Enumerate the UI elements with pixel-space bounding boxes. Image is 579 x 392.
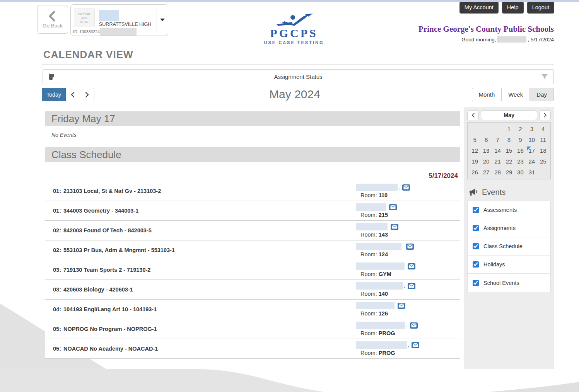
calendar-day[interactable]: 3 bbox=[526, 126, 537, 133]
schedule-row: 03:420603 Biology - 420603-1 : Room: 140 bbox=[45, 280, 460, 300]
email-teacher-icon[interactable] bbox=[408, 263, 415, 269]
redacted-teacher-name bbox=[356, 203, 386, 211]
greeting: Good morning, , 5/17/2024 bbox=[461, 36, 554, 43]
assignment-status-label: Assignment Status bbox=[274, 73, 322, 80]
email-teacher-icon[interactable] bbox=[406, 244, 414, 250]
calendar-day[interactable]: 8 bbox=[503, 136, 514, 144]
pgcps-logo-mark-icon bbox=[273, 13, 315, 26]
calendar-day[interactable]: 14 bbox=[492, 147, 503, 155]
calendar-day[interactable]: 2 bbox=[515, 126, 526, 133]
calendar-day[interactable]: 24 bbox=[526, 158, 537, 166]
calendar-day[interactable]: 31 bbox=[526, 169, 537, 177]
calendar-day[interactable]: 13 bbox=[480, 147, 492, 155]
period-label: 04: bbox=[53, 306, 61, 312]
schedule-row: 02:842003 Found Of Tech - 842003-5 Room:… bbox=[45, 221, 460, 240]
calendar-day[interactable]: 10 bbox=[526, 136, 537, 144]
calendar-day[interactable]: 16 bbox=[515, 147, 526, 155]
event-filter-label: Holidays bbox=[483, 261, 505, 268]
email-teacher-icon[interactable] bbox=[391, 224, 398, 230]
calendar-day[interactable]: 21 bbox=[492, 158, 503, 166]
calendar-day[interactable]: 28 bbox=[492, 169, 503, 177]
assessments-checkbox[interactable] bbox=[473, 207, 479, 213]
logo-acronym: PGCPS bbox=[251, 27, 337, 39]
calendar-day[interactable]: 23 bbox=[515, 158, 526, 166]
holidays-checkbox[interactable] bbox=[473, 261, 479, 268]
event-filter-row: Class Schedule bbox=[468, 237, 550, 256]
my-account-button[interactable]: My Account bbox=[459, 2, 499, 14]
calendar-day[interactable]: 27 bbox=[480, 169, 492, 177]
redacted-teacher-name bbox=[356, 282, 403, 290]
school-events-checkbox[interactable] bbox=[473, 280, 479, 286]
course-title: 344003 Geometry - 344003-1 bbox=[63, 208, 138, 214]
room-label: Room: bbox=[360, 212, 377, 218]
week-view-button[interactable]: Week bbox=[502, 88, 530, 101]
class-schedule-checkbox[interactable] bbox=[473, 243, 479, 249]
email-teacher-icon[interactable] bbox=[410, 322, 418, 329]
day-schedule-column: Friday May 17 No Events Class Schedule 5… bbox=[45, 107, 460, 359]
period-label: 03: bbox=[53, 267, 61, 273]
day-heading: Friday May 17 bbox=[45, 111, 460, 126]
calendar-day-selected[interactable]: 17 bbox=[526, 147, 537, 155]
assignments-checkbox[interactable] bbox=[473, 225, 479, 231]
schedule-row: 02:553103 Pr Bus, Adm & Mngmnt - 553103-… bbox=[45, 240, 460, 260]
email-teacher-icon[interactable] bbox=[398, 303, 405, 309]
calendar-day[interactable]: 19 bbox=[469, 158, 480, 166]
calendar-day[interactable]: 4 bbox=[538, 126, 549, 133]
day-view-button[interactable]: Day bbox=[530, 88, 554, 101]
greeting-prefix: Good morning, bbox=[461, 37, 496, 43]
room-value: GYM bbox=[379, 271, 391, 277]
email-teacher-icon[interactable] bbox=[408, 283, 415, 289]
calendar-day[interactable]: 6 bbox=[480, 136, 492, 144]
email-teacher-icon[interactable] bbox=[412, 342, 419, 348]
redacted-teacher-name bbox=[356, 341, 407, 349]
card-divider bbox=[157, 8, 157, 32]
calendar-day[interactable]: 22 bbox=[503, 158, 514, 166]
calendar-day[interactable]: 29 bbox=[503, 169, 514, 177]
main-wrapper: CALENDAR VIEW Assignment Status Today bbox=[36, 44, 554, 369]
course-title: NOACAD No Academy - NOACAD-1 bbox=[63, 346, 158, 352]
redacted-student-name bbox=[99, 10, 119, 21]
events-title: Events bbox=[482, 188, 506, 197]
month-view-button[interactable]: Month bbox=[472, 88, 502, 101]
room-value: 126 bbox=[379, 310, 388, 317]
calendar-day[interactable]: 26 bbox=[469, 169, 480, 177]
event-filter-label: Assignments bbox=[483, 225, 516, 231]
calendar-day[interactable]: 12 bbox=[469, 147, 480, 155]
mini-calendar-prev-button[interactable] bbox=[467, 110, 479, 120]
course-title: 553103 Pr Bus, Adm & Mngmnt - 553103-1 bbox=[63, 247, 175, 253]
logout-button[interactable]: Logout bbox=[527, 2, 554, 14]
student-dropdown-caret-icon[interactable] bbox=[160, 19, 165, 21]
student-photo-placeholder: No Photo point On file bbox=[74, 9, 95, 27]
room-label: Room: bbox=[360, 350, 377, 356]
calendar-day[interactable]: 18 bbox=[538, 147, 549, 155]
selected-day-marker-icon bbox=[527, 147, 531, 151]
district-title: Prince George's County Public Schools bbox=[418, 24, 554, 34]
calendar-day[interactable]: 15 bbox=[503, 147, 514, 155]
redacted-user-name bbox=[497, 36, 526, 43]
help-button[interactable]: Help bbox=[502, 2, 524, 14]
calendar-day[interactable]: 9 bbox=[515, 136, 526, 144]
redacted-teacher-name bbox=[356, 184, 398, 191]
assignment-scroll-icon bbox=[48, 73, 56, 83]
email-teacher-icon[interactable] bbox=[402, 184, 410, 191]
calendar-controls: Today May 2024 Month Week Day bbox=[36, 88, 554, 102]
calendar-day[interactable]: 5 bbox=[469, 136, 480, 144]
filter-icon[interactable] bbox=[541, 74, 548, 81]
calendar-day[interactable]: 30 bbox=[515, 169, 526, 177]
header-nav: My Account Help Logout bbox=[459, 2, 554, 14]
mini-calendar-next-button[interactable] bbox=[539, 110, 551, 120]
event-filters-card: Assessments Assignments Class Schedule H… bbox=[467, 201, 551, 292]
chevron-left-icon bbox=[47, 10, 58, 22]
period-label: 01: bbox=[53, 208, 61, 214]
go-back-button[interactable]: Go Back bbox=[37, 5, 68, 34]
calendar-day[interactable]: 20 bbox=[480, 158, 492, 166]
mini-calendar-header: May bbox=[467, 110, 551, 120]
calendar-day[interactable]: 11 bbox=[538, 136, 549, 144]
email-teacher-icon[interactable] bbox=[389, 204, 397, 210]
calendar-day[interactable]: 25 bbox=[538, 158, 549, 166]
assignment-status-bar[interactable]: Assignment Status bbox=[43, 69, 554, 84]
calendar-day[interactable]: 7 bbox=[492, 136, 503, 144]
event-filter-label: School Events bbox=[483, 280, 519, 286]
room-label: Room: bbox=[360, 330, 377, 336]
calendar-day[interactable]: 1 bbox=[503, 126, 514, 133]
